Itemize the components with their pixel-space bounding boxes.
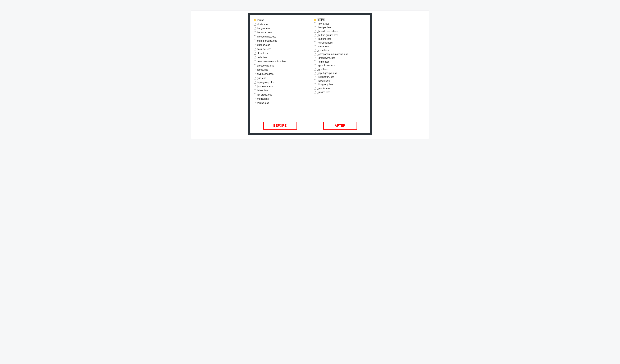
- list-item[interactable]: _carousel.less: [314, 41, 370, 44]
- list-item[interactable]: component-animations.less: [254, 59, 310, 64]
- list-item[interactable]: _glyphicons.less: [314, 64, 370, 67]
- item-name: _close.less: [317, 45, 329, 48]
- list-item[interactable]: glyphicons.less: [254, 72, 310, 76]
- item-name: carousel.less: [257, 48, 271, 50]
- file-icon: [314, 91, 316, 93]
- item-name: breadcrumbs.less: [257, 35, 276, 38]
- after-panel: mixins_alerts.less_badges.less_breadcrum…: [310, 15, 370, 133]
- before-file-list: mixinsalerts.lessbadges.lessbootstrap.le…: [250, 18, 310, 105]
- file-icon: [314, 75, 316, 78]
- list-item[interactable]: _media.less: [314, 86, 370, 90]
- list-item[interactable]: _input-groups.less: [314, 71, 370, 75]
- list-item[interactable]: jumbotron.less: [254, 84, 310, 88]
- file-icon: [254, 35, 256, 38]
- item-name: _input-groups.less: [317, 72, 337, 74]
- list-item[interactable]: _buttons.less: [314, 37, 370, 41]
- file-icon: [314, 87, 316, 90]
- item-name: media.less: [257, 98, 269, 100]
- item-name: _mixins.less: [317, 91, 330, 93]
- list-item[interactable]: _dropdowns.less: [314, 56, 370, 60]
- list-item[interactable]: _button-groups.less: [314, 33, 370, 37]
- file-icon: [254, 44, 256, 46]
- item-name: _jumbotron.less: [317, 76, 334, 78]
- file-icon: [254, 52, 256, 55]
- list-item[interactable]: _component-animations.less: [314, 52, 370, 56]
- list-item[interactable]: _jumbotron.less: [314, 75, 370, 79]
- item-name: _list-group.less: [317, 83, 333, 86]
- comparison-frame: mixinsalerts.lessbadges.lessbootstrap.le…: [248, 13, 372, 135]
- list-item[interactable]: mixins.less: [254, 101, 310, 105]
- file-icon: [254, 23, 256, 26]
- file-icon: [254, 60, 256, 63]
- item-name: bootstrap.less: [257, 31, 272, 34]
- item-name: mixins: [317, 18, 325, 21]
- after-label: AFTER: [335, 124, 345, 128]
- list-item[interactable]: _alerts.less: [314, 22, 370, 26]
- list-item[interactable]: carousel.less: [254, 47, 310, 51]
- list-item[interactable]: _list-group.less: [314, 83, 370, 86]
- page: mixinsalerts.lessbadges.lessbootstrap.le…: [0, 0, 620, 364]
- item-name: badges.less: [257, 27, 270, 29]
- file-icon: [314, 30, 316, 33]
- before-label: BEFORE: [273, 124, 287, 128]
- list-item[interactable]: badges.less: [254, 26, 310, 30]
- item-name: alerts.less: [257, 23, 268, 25]
- item-name: _component-animations.less: [317, 53, 348, 55]
- list-item[interactable]: alerts.less: [254, 22, 310, 26]
- list-item[interactable]: _mixins.less: [314, 90, 370, 94]
- item-name: _labels.less: [317, 79, 330, 82]
- item-name: mixins.less: [257, 102, 269, 104]
- list-item[interactable]: code.less: [254, 55, 310, 59]
- list-item[interactable]: _close.less: [314, 44, 370, 48]
- after-label-box: AFTER: [310, 122, 370, 130]
- file-icon: [314, 68, 316, 71]
- list-item[interactable]: list-group.less: [254, 93, 310, 97]
- item-name: grid.less: [257, 77, 266, 79]
- item-name: code.less: [257, 56, 267, 58]
- list-item[interactable]: grid.less: [254, 76, 310, 80]
- list-item[interactable]: dropdowns.less: [254, 64, 310, 68]
- list-item[interactable]: _grid.less: [314, 67, 370, 71]
- file-icon: [254, 85, 256, 88]
- list-item[interactable]: _forms.less: [314, 60, 370, 64]
- list-item[interactable]: buttons.less: [254, 43, 310, 47]
- item-name: forms.less: [257, 69, 268, 71]
- item-name: _button-groups.less: [317, 34, 338, 36]
- list-item[interactable]: button-groups.less: [254, 39, 310, 43]
- list-item[interactable]: labels.less: [254, 88, 310, 93]
- list-item[interactable]: mixins: [314, 18, 370, 22]
- svg-rect-0: [254, 19, 256, 21]
- item-name: glyphicons.less: [257, 73, 274, 75]
- file-icon: [254, 97, 256, 100]
- file-icon: [314, 83, 316, 86]
- item-name: _breadcrumbs.less: [317, 30, 338, 32]
- file-icon: [254, 39, 256, 42]
- list-item[interactable]: mixins: [254, 18, 310, 22]
- list-item[interactable]: _breadcrumbs.less: [314, 29, 370, 33]
- file-icon: [314, 41, 316, 44]
- file-icon: [314, 72, 316, 74]
- file-icon: [314, 60, 316, 63]
- list-item[interactable]: close.less: [254, 51, 310, 55]
- before-label-frame: BEFORE: [263, 122, 297, 130]
- item-name: _code.less: [317, 49, 329, 51]
- file-icon: [314, 34, 316, 36]
- list-item[interactable]: forms.less: [254, 68, 310, 72]
- list-item[interactable]: media.less: [254, 97, 310, 101]
- list-item[interactable]: bootstrap.less: [254, 30, 310, 35]
- before-panel: mixinsalerts.lessbadges.lessbootstrap.le…: [250, 15, 310, 133]
- after-file-list: mixins_alerts.less_badges.less_breadcrum…: [310, 18, 370, 94]
- list-item[interactable]: input-groups.less: [254, 80, 310, 84]
- file-icon: [254, 31, 256, 34]
- file-icon: [254, 56, 256, 59]
- folder-icon: [254, 19, 256, 21]
- list-item[interactable]: _badges.less: [314, 26, 370, 29]
- folder-icon: [314, 18, 316, 21]
- list-item[interactable]: _code.less: [314, 48, 370, 52]
- svg-rect-1: [314, 19, 316, 21]
- file-icon: [254, 81, 256, 84]
- list-item[interactable]: _labels.less: [314, 79, 370, 83]
- after-label-frame: AFTER: [323, 122, 357, 130]
- list-item[interactable]: breadcrumbs.less: [254, 35, 310, 39]
- file-icon: [254, 73, 256, 75]
